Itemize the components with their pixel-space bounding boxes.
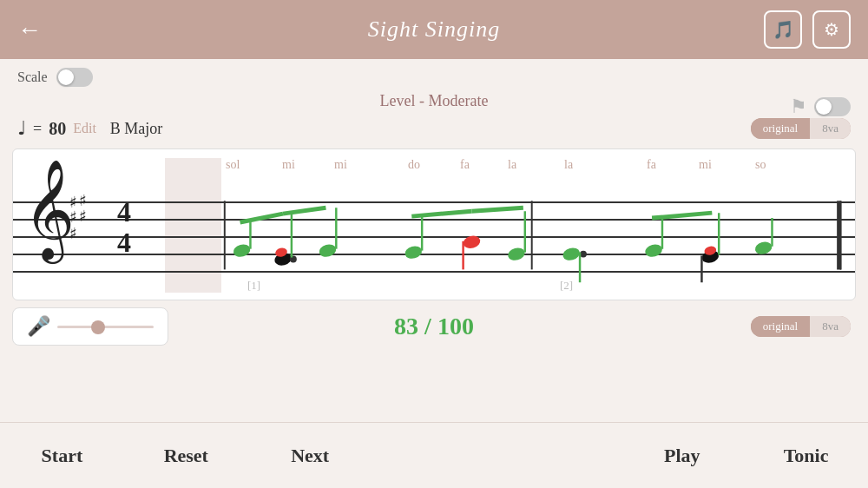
header-icons: 🎵 ⚙ (764, 10, 851, 49)
svg-point-32 (753, 240, 773, 255)
reset-button[interactable]: Reset (124, 429, 248, 483)
tempo-edit-button[interactable]: Edit (73, 121, 96, 136)
svg-point-6 (232, 242, 252, 258)
music-notation-svg (13, 149, 855, 300)
music-staff: sol mi mi do fa la la fa mi so 𝄞 ♯ ♯ ♯ ♯… (12, 148, 856, 300)
slider-thumb[interactable] (91, 320, 105, 334)
gear-icon: ⚙ (824, 19, 839, 40)
toggle-knob (58, 69, 74, 85)
tempo-value: 80 (49, 119, 66, 139)
voice-control: 🎤 (12, 307, 168, 346)
bottom-original-8va-toggle[interactable]: original 8va (751, 316, 851, 337)
score-row: 🎤 83 / 100 original 8va (0, 306, 868, 347)
svg-line-14 (411, 211, 471, 216)
bottom-octave-option[interactable]: 8va (810, 316, 851, 337)
bottom-navigation: Start Reset Next Play Tonic (0, 422, 868, 488)
svg-point-16 (404, 244, 424, 260)
svg-line-15 (471, 208, 523, 211)
octave-option[interactable]: 8va (810, 118, 851, 139)
start-button[interactable]: Start (0, 429, 124, 483)
svg-line-5 (283, 208, 326, 214)
level-display: Level - Moderate (0, 90, 868, 114)
scale-label: Scale (17, 69, 48, 85)
svg-point-20 (507, 246, 527, 261)
svg-line-25 (652, 213, 712, 218)
original-option[interactable]: original (751, 118, 810, 139)
microphone-icon[interactable]: 🎤 (27, 315, 50, 338)
next-button[interactable]: Next (248, 429, 372, 483)
scale-row: Scale (0, 59, 868, 90)
bottom-original-option[interactable]: original (751, 316, 810, 337)
svg-point-12 (318, 242, 338, 258)
svg-point-26 (644, 242, 664, 258)
back-button[interactable]: ← (17, 16, 42, 43)
tonic-button[interactable]: Tonic (744, 429, 868, 483)
key-signature-label: B Major (110, 120, 163, 138)
music-icon: 🎵 (773, 19, 794, 40)
tempo-equals: = (33, 120, 42, 138)
flag-toggle-knob (816, 99, 832, 115)
tempo-row: ♩ = 80 Edit B Major original 8va (0, 114, 868, 143)
settings-icon-button[interactable]: ⚙ (812, 10, 851, 49)
tempo-note-symbol: ♩ (17, 117, 26, 140)
scale-toggle[interactable] (56, 68, 93, 87)
app-header: ← Sight Singing 🎵 ⚙ (0, 0, 868, 59)
svg-point-18 (462, 234, 482, 250)
svg-point-22 (562, 246, 582, 261)
svg-line-4 (240, 214, 283, 222)
play-button[interactable]: Play (620, 429, 744, 483)
app-title: Sight Singing (368, 16, 500, 43)
volume-slider[interactable] (57, 326, 154, 328)
original-8va-toggle[interactable]: original 8va (751, 118, 851, 139)
music-icon-button[interactable]: 🎵 (764, 10, 802, 49)
score-display: 83 / 100 (394, 313, 474, 340)
spacer (372, 440, 621, 472)
